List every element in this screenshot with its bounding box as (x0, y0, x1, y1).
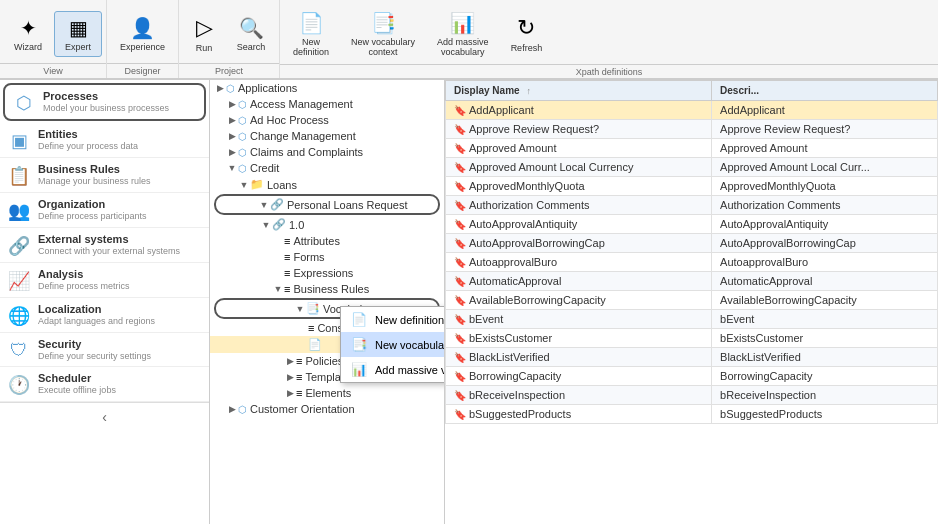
table-row[interactable]: 🔖ApprovedMonthlyQuotaApprovedMonthlyQuot… (446, 177, 938, 196)
tree-node-credit[interactable]: ▼ ⬡ Credit (210, 160, 444, 176)
table-row[interactable]: 🔖AutoApprovalAntiquityAutoApprovalAntiqu… (446, 215, 938, 234)
tree-node-elements[interactable]: ▶ ≡ Elements (210, 385, 444, 401)
table-row[interactable]: 🔖Authorization CommentsAuthorization Com… (446, 196, 938, 215)
table-row[interactable]: 🔖Approved Amount Local CurrencyApproved … (446, 158, 938, 177)
node-icon: ⬡ (238, 404, 247, 415)
cell-display-name: 🔖AutoapprovalBuro (446, 253, 712, 272)
table-row[interactable]: 🔖bEventbEvent (446, 310, 938, 329)
cm-new-vocabulary-context-icon: 📑 (351, 337, 367, 352)
localization-text: Localization Adapt languages and regions (38, 303, 155, 326)
node-label: Credit (250, 162, 279, 174)
cell-description: AutoapprovalBuro (712, 253, 938, 272)
cell-display-name: 🔖Approved Amount Local Currency (446, 158, 712, 177)
tree-node-adhoc[interactable]: ▶ ⬡ Ad Hoc Process (210, 112, 444, 128)
cm-new-definition-icon: 📄 (351, 312, 367, 327)
add-massive-vocabulary-button[interactable]: 📊 Add massive vocabulary (428, 6, 498, 62)
data-table: Display Name ↑ Descri... 🔖AddApplicantAd… (445, 80, 938, 424)
cm-add-massive-vocabulary[interactable]: 📊 Add massive vocabulary Ctrl+A (341, 357, 445, 382)
table-row[interactable]: 🔖AddApplicantAddApplicant (446, 101, 938, 120)
sidebar-item-entities[interactable]: ▣ Entities Define your process data (0, 123, 209, 158)
toggle-icon: ▶ (284, 372, 296, 382)
cell-description: AvailableBorrowingCapacity (712, 291, 938, 310)
analysis-icon: 📈 (8, 270, 30, 292)
table-row[interactable]: 🔖AutomaticApprovalAutomaticApproval (446, 272, 938, 291)
sidebar-item-localization[interactable]: 🌐 Localization Adapt languages and regio… (0, 298, 209, 333)
cm-new-vocabulary-context[interactable]: 📑 New vocabulary context Ctrl+N (341, 332, 445, 357)
cell-description: AddApplicant (712, 101, 938, 120)
table-panel: Display Name ↑ Descri... 🔖AddApplicantAd… (445, 80, 938, 524)
cell-description: AutoApprovalBorrowingCap (712, 234, 938, 253)
new-definition-button[interactable]: 📄 New definition (284, 6, 338, 62)
run-button[interactable]: ▷ Run (183, 10, 225, 58)
toggle-icon: ▼ (272, 284, 284, 294)
organization-text: Organization Define process participants (38, 198, 147, 221)
tree-node-personal-loans[interactable]: ▼ 🔗 Personal Loans Request (214, 194, 440, 215)
analysis-title: Analysis (38, 268, 130, 280)
toggle-icon: ▼ (260, 220, 272, 230)
tree-node-v10[interactable]: ▼ 🔗 1.0 (210, 216, 444, 233)
cell-description: Authorization Comments (712, 196, 938, 215)
node-label: Elements (305, 387, 351, 399)
table-row[interactable]: 🔖AutoApprovalBorrowingCapAutoApprovalBor… (446, 234, 938, 253)
cell-display-name: 🔖AutomaticApproval (446, 272, 712, 291)
tree-node-business-rules[interactable]: ▼ ≡ Business Rules (210, 281, 444, 297)
sidebar-item-external-systems[interactable]: 🔗 External systems Connect with your ext… (0, 228, 209, 263)
sidebar-item-analysis[interactable]: 📈 Analysis Define process metrics (0, 263, 209, 298)
table-row[interactable]: 🔖bExistsCustomerbExistsCustomer (446, 329, 938, 348)
analysis-sub: Define process metrics (38, 281, 130, 291)
list-icon: ≡ (284, 235, 290, 247)
cell-display-name: 🔖bReceiveInspection (446, 386, 712, 405)
search-button[interactable]: 🔍 Search (227, 11, 275, 57)
refresh-icon: ↻ (517, 15, 535, 41)
tree-node-loans[interactable]: ▼ 📁 Loans (210, 176, 444, 193)
tree-node-expressions[interactable]: ≡ Expressions (210, 265, 444, 281)
table-row[interactable]: 🔖bSuggestedProductsbSuggestedProducts (446, 405, 938, 424)
experience-button[interactable]: 👤 Experience (111, 11, 174, 57)
localization-icon: 🌐 (8, 305, 30, 327)
tree-node-change-management[interactable]: ▶ ⬡ Change Management (210, 128, 444, 144)
localization-title: Localization (38, 303, 155, 315)
external-systems-text: External systems Connect with your exter… (38, 233, 180, 256)
table-row[interactable]: 🔖Approved AmountApproved Amount (446, 139, 938, 158)
doc-icon: 📄 (308, 338, 322, 351)
sidebar-item-organization[interactable]: 👥 Organization Define process participan… (0, 193, 209, 228)
table-row[interactable]: 🔖bReceiveInspectionbReceiveInspection (446, 386, 938, 405)
sidebar-item-business-rules[interactable]: 📋 Business Rules Manage your business ru… (0, 158, 209, 193)
toggle-icon: ▶ (226, 147, 238, 157)
cell-display-name: 🔖AddApplicant (446, 101, 712, 120)
sidebar-item-security[interactable]: 🛡 Security Define your security settings (0, 333, 209, 367)
node-label: Attributes (293, 235, 339, 247)
table-row[interactable]: 🔖BlackListVerifiedBlackListVerified (446, 348, 938, 367)
cell-display-name: 🔖ApprovedMonthlyQuota (446, 177, 712, 196)
new-vocabulary-context-button[interactable]: 📑 New vocabulary context (342, 6, 424, 62)
col-display-name: Display Name ↑ (446, 81, 712, 101)
sidebar-item-processes[interactable]: ⬡ Processes Model your business processe… (3, 83, 206, 121)
cm-new-definition[interactable]: 📄 New definition Ctrl+N (341, 307, 445, 332)
tree-node-forms[interactable]: ≡ Forms (210, 249, 444, 265)
business-rules-icon: 📋 (8, 165, 30, 187)
tree-node-customer-orientation[interactable]: ▶ ⬡ Customer Orientation (210, 401, 444, 417)
tree-node-applications[interactable]: ▶ ⬡ Applications (210, 80, 444, 96)
scheduler-title: Scheduler (38, 372, 116, 384)
toolbar-section-project: ▷ Run 🔍 Search Project (179, 0, 280, 78)
tree-node-claims[interactable]: ▶ ⬡ Claims and Complaints (210, 144, 444, 160)
wizard-button[interactable]: ✦ Wizard (4, 11, 52, 57)
table-row[interactable]: 🔖BorrowingCapacityBorrowingCapacity (446, 367, 938, 386)
cell-display-name: 🔖AvailableBorrowingCapacity (446, 291, 712, 310)
toggle-icon: ▶ (226, 404, 238, 414)
refresh-button[interactable]: ↻ Refresh (502, 10, 552, 58)
expert-button[interactable]: ▦ Expert (54, 11, 102, 57)
tree-node-attributes[interactable]: ≡ Attributes (210, 233, 444, 249)
tree-node-access-management[interactable]: ▶ ⬡ Access Management (210, 96, 444, 112)
toggle-icon: ▼ (294, 304, 306, 314)
node-label: Personal Loans Request (287, 199, 407, 211)
sidebar-collapse-button[interactable]: ‹ (0, 402, 209, 431)
sidebar-item-scheduler[interactable]: 🕐 Scheduler Execute offline jobs (0, 367, 209, 402)
run-label: Run (196, 43, 213, 53)
context-menu: 📄 New definition Ctrl+N 📑 New vocabulary… (340, 306, 445, 383)
toolbar-section-view: ✦ Wizard ▦ Expert View (0, 0, 107, 78)
table-row[interactable]: 🔖AutoapprovalBuroAutoapprovalBuro (446, 253, 938, 272)
table-row[interactable]: 🔖AvailableBorrowingCapacityAvailableBorr… (446, 291, 938, 310)
table-row[interactable]: 🔖Approve Review Request?Approve Review R… (446, 120, 938, 139)
business-rules-sub: Manage your business rules (38, 176, 151, 186)
